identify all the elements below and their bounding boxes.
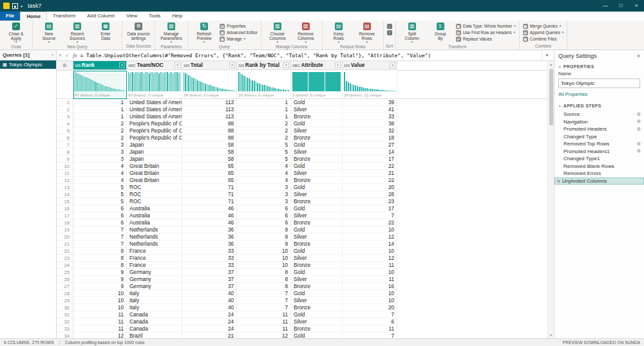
table-cell[interactable]: ROC [127,184,182,191]
table-cell[interactable]: 12 [237,332,291,338]
table-row[interactable]: 93Japan585Bronze17 [57,156,547,163]
ribbon-tab-home[interactable]: Home [20,12,47,21]
table-cell[interactable]: 2 [237,127,291,134]
table-cell[interactable]: Gold [291,141,343,149]
table-cell[interactable]: 38 [343,120,397,127]
table-cell[interactable]: 5 [73,191,127,198]
ribbon-tab-tools[interactable]: Tools [143,12,166,21]
table-cell[interactable]: 4 [237,163,291,170]
table-cell[interactable]: 7 [237,304,291,311]
table-cell[interactable]: 4 [237,170,291,177]
table-row[interactable]: 2910Italy407Silver10 [57,297,547,304]
table-cell[interactable]: 58 [182,149,237,156]
table-cell[interactable]: 10 [237,255,291,262]
table-cell[interactable]: 40 [182,290,237,297]
table-cell[interactable]: 7 [73,226,127,233]
table-cell[interactable]: 1 [73,99,127,106]
table-cell[interactable]: Bronze [291,198,343,205]
table-cell[interactable]: 5 [237,156,291,163]
ribbon-button-advanced-editor[interactable]: ▦Advanced Editor [220,30,258,35]
ribbon-tab-add-column[interactable]: Add Column [81,12,120,21]
expand-formula-bar-icon[interactable]: ▼ [542,50,552,60]
table-cell[interactable]: 5 [237,141,291,149]
table-cell[interactable]: 27 [343,141,397,149]
table-cell[interactable]: 3 [237,184,291,191]
table-cell[interactable]: 24 [182,311,237,318]
all-properties-link[interactable]: All Properties [558,91,587,97]
close-panel-icon[interactable]: × [637,53,640,59]
table-cell[interactable]: Bronze [291,134,343,141]
filter-dropdown-icon[interactable]: ▼ [175,62,180,68]
applied-step-changed-type[interactable]: Changed Type [554,133,644,141]
table-row[interactable]: 166Australia466Gold17 [57,205,547,212]
table-row[interactable]: 114Great Britain654Silver21 [57,170,547,177]
table-cell[interactable]: Bronze [291,325,343,332]
table-cell[interactable]: 32 [343,127,397,134]
table-cell[interactable]: Australia [127,205,182,212]
table-cell[interactable]: 22 [343,177,397,184]
delete-step-icon[interactable]: × [557,178,560,184]
table-cell[interactable]: Canada [127,318,182,325]
table-row[interactable]: 238France3310Silver12 [57,255,547,262]
table-cell[interactable]: 16 [343,283,397,290]
table-cell[interactable]: United States of America [127,106,182,113]
table-cell[interactable]: 6 [73,205,127,212]
ribbon-button-use-first-row-as-headers[interactable]: ▤Use First Row as Headers▾ [456,30,516,35]
table-cell[interactable]: Silver [291,170,343,177]
table-cell[interactable]: 1 [237,99,291,106]
table-cell[interactable]: 113 [182,106,237,113]
table-row[interactable]: 217Netherlands369Bronze14 [57,241,547,248]
table-cell[interactable]: Italy [127,297,182,304]
table-cell[interactable]: Gold [291,226,343,233]
table-cell[interactable]: 8 [237,283,291,290]
table-cell[interactable]: 71 [182,191,237,198]
query-item-tokyo-olympic[interactable]: ▦Tokyo Olympic [0,60,56,69]
table-cell[interactable]: 7 [73,241,127,248]
table-cell[interactable]: 23 [343,198,397,205]
table-cell[interactable]: 71 [182,198,237,205]
table-cell[interactable]: United States of America [127,113,182,120]
table-cell[interactable]: 11 [237,325,291,332]
maximize-button[interactable]: □ [613,0,629,12]
table-cell[interactable]: 11 [73,311,127,318]
table-cell[interactable]: 6 [237,219,291,226]
table-row[interactable]: 11United States of America1131Gold39 [57,99,547,106]
table-row[interactable]: 42People's Republic of China882Gold38 [57,120,547,127]
gear-icon[interactable]: ⚙ [637,127,641,132]
table-row[interactable]: 145ROC713Silver28 [57,191,547,198]
table-cell[interactable]: 11 [343,325,397,332]
table-cell[interactable]: ROC [127,198,182,205]
table-cell[interactable]: 36 [182,226,237,233]
profiling-scope[interactable]: Column profiling based on top 1000 rows [65,340,145,345]
gear-icon[interactable]: ⚙ [637,119,641,124]
applied-step-promoted-headers[interactable]: Promoted Headers⚙ [554,125,644,133]
column-header-team-noc[interactable]: ABCTeam/NOC▼ [127,61,182,70]
ribbon-button-remove-columns[interactable]: ▥Remove Columns▾ [292,21,320,44]
table-cell[interactable]: ROC [127,191,182,198]
column-profile-attribute[interactable]: 3 distinct, 0 unique [291,71,343,99]
table-row[interactable]: 3111Canada2411Gold7 [57,311,547,318]
table-cell[interactable]: 7 [73,233,127,241]
table-cell[interactable]: 14 [343,241,397,248]
ribbon-button-sort-desc[interactable]: ↑ [387,30,392,35]
table-cell[interactable]: 33 [182,255,237,262]
filter-dropdown-icon[interactable]: ▼ [335,62,341,68]
table-cell[interactable]: 88 [182,134,237,141]
table-cell[interactable]: 113 [182,113,237,120]
select-all-corner[interactable]: ⊞ [57,61,73,71]
table-cell[interactable]: Bronze [291,113,343,120]
table-cell[interactable]: 1 [237,113,291,120]
table-row[interactable]: 52People's Republic of China882Silver32 [57,127,547,134]
table-row[interactable]: 104Great Britain654Gold22 [57,163,547,170]
table-cell[interactable]: 3 [237,191,291,198]
table-row[interactable]: 73Japan585Gold27 [57,141,547,149]
table-cell[interactable]: Gold [291,290,343,297]
table-cell[interactable]: 71 [182,184,237,191]
column-profile-rank[interactable]: 47 distinct, 0 unique [73,71,127,99]
gear-icon[interactable]: ⚙ [637,112,641,117]
table-row[interactable]: 31United States of America1131Bronze33 [57,113,547,120]
table-cell[interactable]: 6 [237,205,291,212]
table-cell[interactable]: 5 [237,149,291,156]
ribbon-button-combine-files[interactable]: ▣Combine Files [523,36,564,42]
table-cell[interactable]: Bronze [291,241,343,248]
